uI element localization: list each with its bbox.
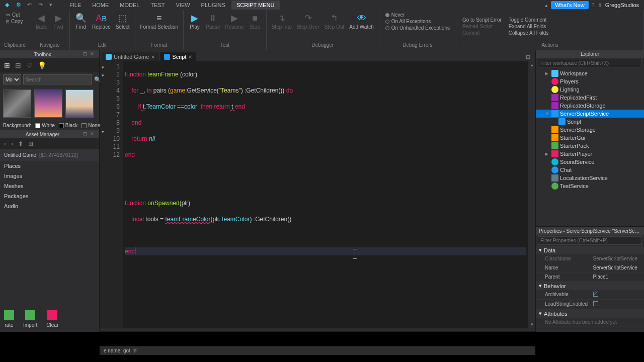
expand-tabs-icon[interactable]: ⊡ bbox=[523, 53, 533, 61]
line-number[interactable]: 3 bbox=[101, 78, 120, 86]
horizontal-splitter[interactable] bbox=[100, 328, 535, 332]
expand-all-folds-button[interactable]: Expand All Folds bbox=[509, 24, 548, 29]
pin-icon[interactable]: ⊡ bbox=[83, 51, 89, 57]
tree-node-workspace[interactable]: ▶Workspace bbox=[536, 69, 644, 77]
play-button[interactable]: ▶Play bbox=[187, 11, 203, 31]
collapse-all-folds-button[interactable]: Collapse All Folds bbox=[509, 30, 548, 36]
commit-button[interactable]: Commit bbox=[462, 30, 502, 36]
grid-view-icon[interactable]: ⊞ bbox=[28, 140, 33, 147]
add-watch-button[interactable]: 👁Add Watch bbox=[347, 11, 376, 31]
behavior-section-header[interactable]: ▾Behavior bbox=[536, 282, 644, 290]
collapse-ribbon-icon[interactable]: ▴ bbox=[545, 2, 548, 9]
tree-node-players[interactable]: Players bbox=[536, 77, 644, 85]
line-number[interactable]: 6 bbox=[101, 103, 120, 111]
fwd-button[interactable]: ▶Fwd bbox=[50, 11, 66, 31]
format-selection-button[interactable]: ≡Format Selection bbox=[138, 11, 181, 31]
asset-category-meshes[interactable]: Meshes bbox=[0, 181, 99, 191]
prop-value[interactable]: Place1 bbox=[590, 273, 645, 281]
cut-button[interactable]: ✂Cut bbox=[6, 12, 23, 18]
menu-tab-test[interactable]: TEST bbox=[145, 1, 170, 10]
help-icon[interactable]: ? bbox=[592, 2, 595, 8]
import-button[interactable]: Import bbox=[23, 310, 37, 328]
whats-new-button[interactable]: What's New bbox=[551, 1, 588, 9]
code-editor[interactable]: 1▾2▾3456789▾101112 function teamFrame (c… bbox=[100, 61, 535, 328]
select-button[interactable]: ⬚Select bbox=[114, 11, 132, 31]
stop-button[interactable]: ■Stop bbox=[247, 11, 263, 31]
pause-button[interactable]: ⏸Pause bbox=[204, 11, 222, 31]
tree-node-serverstorage[interactable]: ServerStorage bbox=[536, 126, 644, 134]
close-icon[interactable]: ✕ bbox=[90, 131, 96, 137]
menu-tab-file[interactable]: FILE bbox=[64, 1, 86, 10]
menu-tab-view[interactable]: VIEW bbox=[171, 1, 195, 10]
asset-category-audio[interactable]: Audio bbox=[0, 201, 99, 211]
search-input[interactable] bbox=[23, 74, 92, 84]
clear-button[interactable]: Clear bbox=[46, 310, 58, 328]
tree-node-chat[interactable]: Chat bbox=[536, 166, 644, 174]
never-option[interactable]: Never bbox=[385, 12, 450, 18]
asset-category-packages[interactable]: Packages bbox=[0, 191, 99, 201]
category-select[interactable]: Models bbox=[3, 74, 21, 84]
step-into-button[interactable]: ↴Step Into bbox=[270, 11, 294, 31]
tree-node-lighting[interactable]: Lighting bbox=[536, 85, 644, 94]
close-icon[interactable]: ✕ bbox=[90, 51, 96, 57]
on-unhandled-exceptions-option[interactable]: On Unhandled Exceptions bbox=[385, 25, 450, 31]
close-icon[interactable]: ✕ bbox=[188, 54, 192, 60]
line-number[interactable]: 12 bbox=[101, 151, 120, 159]
find-button[interactable]: 🔍Find bbox=[73, 11, 89, 31]
file-tab[interactable]: Untitled Game✕ bbox=[102, 52, 159, 61]
asset-category-places[interactable]: Places bbox=[0, 161, 99, 171]
step-out-button[interactable]: ↰Step Out bbox=[323, 11, 346, 31]
asset-thumbnail[interactable] bbox=[34, 89, 62, 118]
line-number[interactable]: 1▾ bbox=[101, 62, 120, 70]
attributes-section-header[interactable]: ▾Attributes bbox=[536, 309, 644, 318]
binoculars-icon[interactable]: ⚙ bbox=[16, 2, 23, 9]
line-number[interactable]: 4 bbox=[101, 86, 120, 95]
menu-tab-plugins[interactable]: PLUGINS bbox=[196, 1, 230, 10]
loadstring-checkbox[interactable] bbox=[593, 301, 598, 306]
asset-thumbnail[interactable] bbox=[3, 89, 31, 118]
asset-thumbnail[interactable] bbox=[65, 89, 94, 118]
tree-node-localizationservice[interactable]: LocalizationService bbox=[536, 174, 644, 182]
data-section-header[interactable]: ▾Data bbox=[536, 246, 644, 254]
share-icon[interactable]: ⇪ bbox=[598, 2, 602, 9]
line-number[interactable]: 2▾ bbox=[101, 70, 120, 78]
studio-icon[interactable]: ◆ bbox=[5, 2, 12, 9]
recent-tab-icon[interactable]: ♡ bbox=[26, 61, 33, 69]
goto-script-error-button[interactable]: Go to Script Error bbox=[462, 17, 502, 23]
save-icon[interactable]: ▾ bbox=[49, 2, 56, 9]
line-number[interactable]: 8 bbox=[101, 119, 120, 127]
scroll-up-icon[interactable]: ▴ bbox=[528, 61, 535, 68]
asset-category-images[interactable]: Images bbox=[0, 171, 99, 181]
copy-button[interactable]: ⎘Copy bbox=[6, 19, 23, 24]
bg-none-option[interactable]: None bbox=[82, 123, 100, 128]
menu-tab-script-menu[interactable]: SCRIPT MENU bbox=[231, 1, 280, 10]
vertical-scrollbar[interactable]: ▴ ▾ bbox=[528, 61, 535, 328]
toggle-comment-button[interactable]: Toggle Comment bbox=[509, 17, 548, 23]
resume-button[interactable]: ▶Resume bbox=[223, 11, 246, 31]
pin-icon[interactable]: ⊡ bbox=[83, 131, 89, 137]
redo-icon[interactable]: ↷ bbox=[38, 2, 45, 9]
line-number[interactable]: 5 bbox=[101, 95, 120, 103]
marketplace-tab-icon[interactable]: ⊞ bbox=[4, 61, 10, 69]
forward-icon[interactable]: › bbox=[11, 140, 13, 147]
bg-white-option[interactable]: White bbox=[35, 123, 55, 128]
expand-arrow-icon[interactable]: ▼ bbox=[545, 111, 550, 116]
upload-icon[interactable]: ⬆ bbox=[18, 140, 23, 147]
line-number[interactable]: 7 bbox=[101, 111, 120, 119]
close-icon[interactable]: ✕ bbox=[151, 54, 155, 60]
archivable-checkbox[interactable] bbox=[593, 292, 598, 297]
explorer-filter-input[interactable] bbox=[538, 59, 642, 67]
tree-node-script[interactable]: Script bbox=[536, 118, 644, 126]
game-name-row[interactable]: Untitled Game[ID: 2741876112] bbox=[0, 149, 99, 161]
line-number[interactable]: 10 bbox=[101, 135, 120, 143]
properties-filter-input[interactable] bbox=[538, 236, 642, 245]
on-all-exceptions-option[interactable]: On All Exceptions bbox=[385, 19, 450, 24]
file-tab[interactable]: Script✕ bbox=[160, 52, 196, 61]
creations-tab-icon[interactable]: 💡 bbox=[38, 61, 46, 69]
inventory-tab-icon[interactable]: ⊟ bbox=[15, 61, 21, 69]
back-button[interactable]: ◀Back bbox=[33, 11, 49, 31]
line-number[interactable]: 11 bbox=[101, 143, 120, 151]
reload-script-button[interactable]: Reload Script bbox=[462, 24, 502, 29]
code-area[interactable]: function teamFrame (color) for _, in pai… bbox=[123, 61, 528, 328]
step-over-button[interactable]: ↷Step Over bbox=[295, 11, 321, 31]
